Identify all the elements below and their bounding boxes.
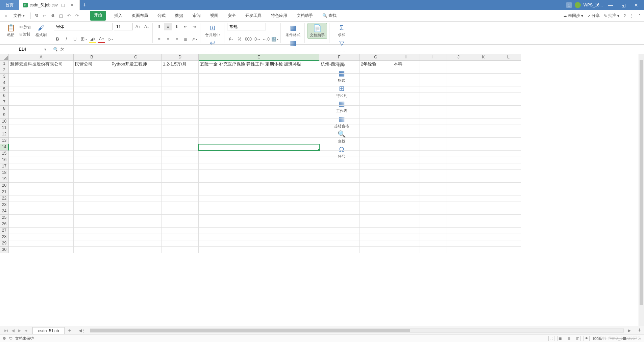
sum-button[interactable]: Σ求和 — [332, 23, 351, 38]
cell[interactable] — [74, 119, 110, 125]
cell[interactable] — [392, 228, 420, 234]
cell[interactable] — [199, 221, 319, 228]
cell[interactable] — [9, 112, 74, 119]
cell[interactable] — [9, 228, 74, 234]
cell[interactable] — [9, 144, 74, 151]
column-header[interactable]: H — [392, 54, 420, 61]
add-tab-button[interactable]: + — [80, 2, 90, 9]
cell[interactable] — [162, 189, 199, 195]
tab-doc-helper[interactable]: 文档助手 — [295, 11, 314, 21]
cell[interactable] — [110, 240, 162, 247]
percent-icon[interactable]: % — [236, 35, 243, 43]
row-header[interactable]: 12 — [0, 131, 9, 138]
cell[interactable] — [74, 202, 110, 208]
cell[interactable] — [110, 247, 162, 253]
cell[interactable] — [199, 151, 319, 157]
cell[interactable] — [496, 86, 521, 93]
prev-sheet-icon[interactable]: ◀ — [10, 328, 16, 333]
cell[interactable] — [199, 74, 319, 80]
cell[interactable] — [496, 138, 521, 144]
fx-icon[interactable]: fx — [60, 47, 64, 52]
cell[interactable] — [319, 234, 360, 240]
increase-indent-icon[interactable]: ⇥ — [191, 23, 198, 30]
cell[interactable] — [496, 106, 521, 112]
cell[interactable] — [471, 151, 496, 157]
cell[interactable] — [9, 74, 74, 80]
tab-view[interactable]: 视图 — [209, 11, 220, 21]
maximize-button[interactable]: ◱ — [618, 2, 628, 8]
tab-restore-icon[interactable]: ▢ — [60, 3, 67, 7]
cell[interactable] — [392, 221, 420, 228]
cell[interactable] — [496, 112, 521, 119]
cell[interactable] — [392, 80, 420, 86]
cell[interactable] — [199, 144, 319, 151]
cell[interactable] — [471, 157, 496, 163]
column-header[interactable]: A — [9, 54, 74, 61]
cell[interactable] — [471, 80, 496, 86]
scroll-thumb[interactable] — [640, 60, 643, 305]
cell[interactable] — [9, 99, 74, 106]
cell[interactable] — [9, 215, 74, 221]
zoom-level[interactable]: 100% — [592, 337, 602, 341]
cell[interactable] — [471, 86, 496, 93]
cell[interactable] — [319, 86, 360, 93]
number-format-select[interactable] — [227, 23, 266, 30]
tab-start[interactable]: 开始 — [90, 11, 106, 21]
cell[interactable] — [420, 119, 446, 125]
underline-button[interactable]: U — [71, 35, 79, 43]
cell[interactable] — [110, 208, 162, 215]
column-header[interactable]: L — [496, 54, 521, 61]
cell[interactable] — [9, 202, 74, 208]
cell[interactable] — [110, 234, 162, 240]
cell[interactable] — [496, 144, 521, 151]
cell[interactable] — [319, 176, 360, 183]
doc-helper-button[interactable]: 📄文档助手 — [307, 23, 327, 39]
cell[interactable] — [162, 202, 199, 208]
cell[interactable] — [360, 183, 392, 189]
cell[interactable] — [446, 67, 471, 74]
cell[interactable] — [471, 138, 496, 144]
cell[interactable] — [392, 138, 420, 144]
cell[interactable] — [162, 157, 199, 163]
cell[interactable] — [471, 170, 496, 176]
cell[interactable]: 本科 — [392, 61, 420, 67]
cell[interactable] — [446, 93, 471, 99]
cell[interactable] — [496, 99, 521, 106]
name-box[interactable]: ▾ — [0, 45, 50, 54]
cell[interactable] — [392, 144, 420, 151]
cell[interactable] — [360, 112, 392, 119]
cell[interactable] — [446, 61, 471, 67]
scroll-right-icon[interactable]: ▶ — [628, 328, 631, 333]
tab-review[interactable]: 审阅 — [191, 11, 202, 21]
cell[interactable]: 杭州-西湖区 — [319, 61, 360, 67]
cell[interactable] — [199, 138, 319, 144]
cell[interactable] — [199, 119, 319, 125]
tab-data[interactable]: 数据 — [174, 11, 184, 21]
cut-button[interactable]: ✂ 剪切 — [18, 24, 32, 30]
print-preview-icon[interactable]: ◫ — [58, 13, 64, 19]
cell[interactable] — [319, 202, 360, 208]
cell[interactable] — [162, 112, 199, 119]
cell[interactable] — [496, 221, 521, 228]
undo-alt-icon[interactable]: ↩ — [42, 13, 48, 19]
insert-function-icon[interactable]: 🔍 — [53, 47, 58, 52]
more-icon[interactable]: ⋮ — [630, 14, 634, 18]
cell[interactable] — [319, 208, 360, 215]
cell[interactable] — [420, 189, 446, 195]
cell[interactable] — [162, 195, 199, 202]
cell[interactable] — [496, 74, 521, 80]
cell[interactable] — [496, 125, 521, 131]
row-header[interactable]: 7 — [0, 99, 9, 106]
add-column-icon[interactable]: + — [635, 327, 644, 334]
last-sheet-icon[interactable]: ⏭ — [23, 328, 30, 333]
cell[interactable] — [74, 112, 110, 119]
annotate-button[interactable]: ✎ 批注 ▾ — [604, 13, 619, 19]
cell[interactable] — [9, 163, 74, 170]
align-left-icon[interactable]: ≡ — [155, 35, 163, 43]
cell[interactable] — [199, 240, 319, 247]
cell[interactable] — [199, 80, 319, 86]
cell[interactable] — [420, 67, 446, 74]
cell[interactable] — [392, 67, 420, 74]
cell[interactable] — [446, 189, 471, 195]
cell[interactable] — [199, 131, 319, 138]
